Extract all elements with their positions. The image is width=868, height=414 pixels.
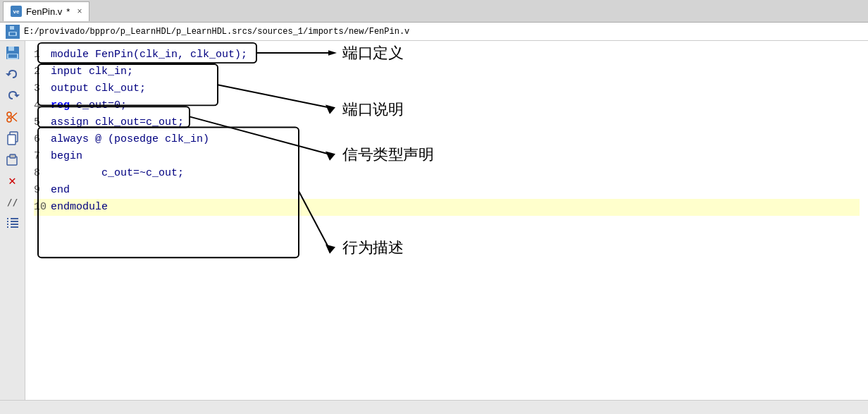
line-number-7: 7 (34, 148, 46, 165)
code-line-6: 6 always @ (posedge clk_in) (34, 131, 860, 148)
code-content-2: input clk_in; (51, 63, 133, 80)
file-tab[interactable]: ve FenPin.v * × (3, 1, 89, 21)
line-number-3: 3 (34, 80, 46, 97)
line-number-5: 5 (34, 114, 46, 131)
svg-rect-1 (10, 26, 14, 30)
tab-icon: ve (11, 6, 22, 17)
line-number-4: 4 (34, 97, 46, 114)
code-content-7: begin (51, 148, 82, 165)
line-number-9: 9 (34, 182, 46, 199)
file-path: E:/provivado/bppro/p_LearnHDL/p_LearnHDL… (24, 27, 409, 37)
tab-bar: ve FenPin.v * × (0, 0, 868, 23)
tab-close-button[interactable]: × (77, 6, 82, 16)
main-area: ✕ // 1 module (0, 41, 868, 400)
window: ve FenPin.v * × E:/provivado/bppro/p_Lea… (0, 0, 868, 414)
line-number-6: 6 (34, 131, 46, 148)
code-content-5: assign clk_out=c_out; (51, 114, 184, 131)
code-content-1: module FenPin(clk_in, clk_out); (51, 47, 247, 63)
code-content-9: end (51, 182, 70, 199)
toolbar-paste-button[interactable] (3, 150, 23, 169)
code-line-3: 3 output clk_out; (34, 80, 860, 97)
code-editor[interactable]: 1 module FenPin(clk_in, clk_out); 2 inpu… (25, 41, 868, 400)
code-line-8: 8 c_out=~c_out; (34, 165, 860, 182)
svg-rect-23 (8, 226, 11, 228)
svg-rect-20 (8, 218, 11, 219)
line-number-10: 10 (34, 199, 46, 216)
svg-rect-3 (10, 32, 16, 35)
save-icon[interactable] (6, 25, 20, 39)
code-line-2: 2 input clk_in; (34, 63, 860, 80)
code-keyword-4: reg (51, 97, 70, 114)
code-content-3: output clk_out; (51, 80, 146, 97)
code-line-4: 4 reg c_out=0; (34, 97, 860, 114)
svg-rect-21 (8, 221, 11, 222)
code-content-6: always @ (posedge clk_in) (51, 131, 209, 148)
code-line-10: 10 endmodule (34, 199, 860, 216)
toolbar-copy-button[interactable] (3, 128, 23, 148)
toolbar-indent-button[interactable] (3, 213, 23, 233)
svg-marker-35 (326, 244, 335, 253)
toolbar-comment-button[interactable]: // (3, 192, 23, 212)
svg-rect-22 (8, 224, 11, 225)
tab-filename: FenPin.v (26, 6, 62, 17)
svg-rect-13 (8, 135, 16, 145)
toolbar-delete-button[interactable]: ✕ (3, 171, 23, 190)
line-number-1: 1 (34, 47, 46, 63)
code-line-9: 9 end (34, 182, 860, 199)
svg-rect-7 (8, 54, 17, 58)
code-content-8: c_out=~c_out; (51, 165, 184, 182)
line-number-8: 8 (34, 165, 46, 182)
path-bar: E:/provivado/bppro/p_LearnHDL/p_LearnHDL… (0, 23, 868, 41)
toolbar-cut-button[interactable] (3, 107, 23, 127)
code-content-4: c_out=0; (70, 97, 127, 114)
code-line-1: 1 module FenPin(clk_in, clk_out); (34, 47, 860, 63)
code-line-7: 7 begin (34, 148, 860, 165)
line-number-2: 2 (34, 63, 46, 80)
svg-text:行为描述: 行为描述 (342, 239, 403, 255)
toolbar-undo-button[interactable] (3, 65, 23, 85)
toolbar-redo-button[interactable] (3, 86, 23, 106)
svg-rect-15 (10, 154, 16, 158)
code-line-5: 5 assign clk_out=c_out; (34, 114, 860, 131)
toolbar: ✕ // (0, 41, 25, 400)
toolbar-save-button[interactable] (3, 44, 23, 63)
bottom-bar (0, 400, 868, 414)
tab-modified: * (66, 6, 70, 17)
code-content-10: endmodule (51, 199, 108, 216)
svg-rect-5 (8, 47, 14, 51)
